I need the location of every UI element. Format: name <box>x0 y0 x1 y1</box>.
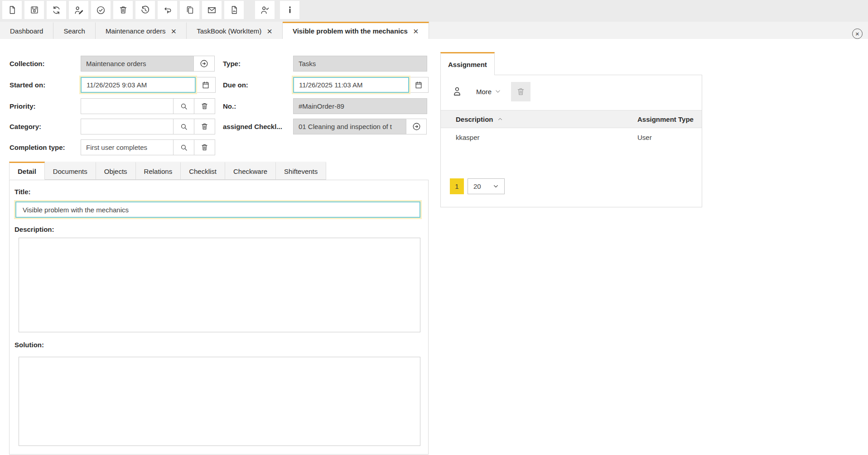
trash-icon <box>118 5 128 15</box>
tab-label: Assignment <box>448 61 487 68</box>
tab-label: Detail <box>18 168 36 175</box>
priority-field-group <box>81 98 215 114</box>
solution-label: Solution: <box>14 341 44 349</box>
tab-label: TaskBook (WorkItem) <box>197 27 261 35</box>
user-check-icon <box>260 5 270 15</box>
copy-button[interactable] <box>180 1 199 19</box>
email-button[interactable] <box>202 1 222 19</box>
sync-icon <box>51 5 62 15</box>
tab-label: Maintenance orders <box>106 27 166 35</box>
description-label: Description: <box>14 225 54 233</box>
assignment-description-cell: kkasper <box>456 134 480 141</box>
tab-assignment[interactable]: Assignment <box>440 52 495 75</box>
sync-button[interactable] <box>47 1 66 19</box>
tab-checkware[interactable]: Checkware <box>225 162 276 180</box>
category-search-button[interactable] <box>173 119 194 134</box>
pdf-icon <box>229 5 239 15</box>
assigned-checklist-navigate-button[interactable] <box>406 119 427 134</box>
tab-search[interactable]: Search <box>53 22 96 39</box>
collection-navigate-button[interactable] <box>193 56 215 72</box>
solution-textarea[interactable] <box>19 357 420 446</box>
started-on-calendar-button[interactable] <box>195 77 216 93</box>
tab-shiftevents[interactable]: Shiftevents <box>276 162 326 180</box>
tab-detail[interactable]: Detail <box>9 162 45 180</box>
completion-type-search-button[interactable] <box>173 139 194 155</box>
arrow-right-circle-icon <box>412 122 421 131</box>
category-field-group <box>81 119 215 134</box>
tab-objects[interactable]: Objects <box>96 162 136 180</box>
tab-checklist[interactable]: Checklist <box>181 162 225 180</box>
category-input[interactable] <box>81 119 174 134</box>
category-clear-button[interactable] <box>194 119 215 134</box>
more-dropdown-button[interactable]: More <box>476 88 501 96</box>
due-on-input[interactable] <box>293 77 409 93</box>
title-input[interactable] <box>15 201 420 218</box>
collection-input[interactable] <box>81 56 194 72</box>
calendar-icon <box>414 81 423 90</box>
tab-label: Checkware <box>233 168 267 175</box>
completion-type-label: Completion type: <box>10 139 65 155</box>
due-on-calendar-button[interactable] <box>409 77 429 93</box>
new-document-icon <box>7 5 17 15</box>
person-icon <box>451 86 463 97</box>
column-label: Assignment Type <box>637 115 694 123</box>
priority-search-button[interactable] <box>173 98 194 114</box>
close-all-tabs-button[interactable]: × <box>852 29 863 39</box>
completion-type-field-group <box>81 139 215 155</box>
repeat-button[interactable] <box>158 1 177 19</box>
assignment-table-header: Description Assignment Type <box>441 110 702 128</box>
priority-input[interactable] <box>81 98 174 114</box>
sign-button[interactable] <box>69 1 88 19</box>
arrow-right-circle-icon <box>199 59 209 68</box>
page-1-button[interactable]: 1 <box>450 178 464 194</box>
priority-label: Priority: <box>10 98 36 114</box>
assignment-table-row[interactable]: kkasper User <box>441 128 702 146</box>
started-on-field-group <box>81 77 216 93</box>
tab-dashboard[interactable]: Dashboard <box>0 22 53 39</box>
info-button[interactable] <box>280 1 299 19</box>
search-icon <box>179 102 188 111</box>
completion-type-input[interactable] <box>81 139 174 155</box>
new-document-button[interactable] <box>2 1 22 19</box>
complete-button[interactable] <box>91 1 111 19</box>
column-label: Description <box>456 115 493 123</box>
type-input[interactable] <box>293 56 427 72</box>
tab-relations[interactable]: Relations <box>136 162 181 180</box>
assigned-checklist-field-group <box>293 119 427 134</box>
number-label: No.: <box>223 98 236 114</box>
column-header-description[interactable]: Description <box>441 115 637 123</box>
close-tab-icon[interactable]: × <box>267 27 272 36</box>
tab-label: Shiftevents <box>284 168 318 175</box>
info-icon <box>285 5 295 15</box>
history-button[interactable] <box>135 1 155 19</box>
trash-icon <box>200 122 209 131</box>
number-input[interactable] <box>293 98 427 114</box>
close-tab-icon[interactable]: × <box>413 27 419 36</box>
column-header-assignment-type[interactable]: Assignment Type <box>637 115 694 123</box>
close-tab-icon[interactable]: × <box>171 27 177 36</box>
assigned-checklist-input[interactable] <box>293 119 406 134</box>
trash-icon <box>200 102 209 110</box>
remove-assignment-button[interactable] <box>511 82 530 101</box>
history-icon <box>140 5 150 15</box>
page-size-select[interactable]: 20 <box>468 178 505 194</box>
assignment-pagination: 1 20 <box>450 178 505 194</box>
priority-clear-button[interactable] <box>194 98 215 114</box>
tab-label: Documents <box>53 168 87 175</box>
assign-user-button[interactable] <box>255 1 275 19</box>
description-textarea[interactable] <box>19 238 420 332</box>
tab-documents[interactable]: Documents <box>45 162 96 180</box>
completion-type-clear-button[interactable] <box>194 139 215 155</box>
tab-visible-problem[interactable]: Visible problem with the mechanics× <box>283 22 429 39</box>
tab-taskbook-workitem[interactable]: TaskBook (WorkItem)× <box>187 22 283 39</box>
save-button[interactable] <box>24 1 44 19</box>
workitem-form: Collection: Started on: Priority: Catego… <box>0 39 868 455</box>
export-pdf-button[interactable] <box>224 1 244 19</box>
detail-panel: Title: Description: Solution: <box>9 180 429 455</box>
tab-maintenance-orders[interactable]: Maintenance orders× <box>96 22 187 39</box>
sort-ascending-icon <box>497 116 503 122</box>
started-on-input[interactable] <box>81 77 196 93</box>
trash-icon <box>516 87 526 96</box>
add-user-assignment-button[interactable] <box>451 86 463 97</box>
delete-button[interactable] <box>113 1 133 19</box>
